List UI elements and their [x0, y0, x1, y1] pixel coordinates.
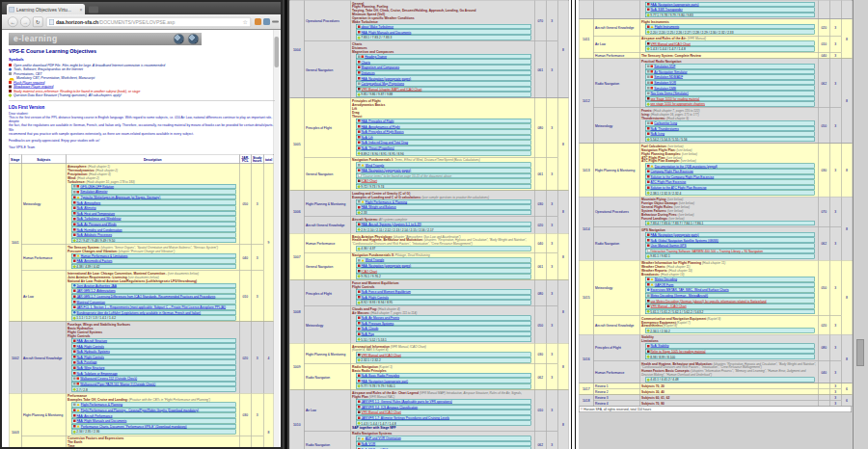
qdb-ref[interactable]: 2.34.1 / 2.34.2: [645, 329, 815, 333]
lo-link[interactable]: JAR/VFR 3.4: ICS Airspace Classification: [356, 405, 531, 409]
lo-link[interactable]: VFR Manual - ICAO Chart: [645, 304, 815, 308]
lo-link[interactable]: ICAO Chart: [356, 178, 531, 183]
lo-link[interactable]: Heading Trainer: [356, 54, 531, 59]
lo-link[interactable]: Performance Charts, Document “Performanc…: [71, 424, 236, 429]
symbol-label[interactable]: Shockwave Player required: [14, 85, 53, 89]
lo-link[interactable]: NvA: Principles of Flight Basics: [356, 129, 531, 134]
lo-link[interactable]: FAA: Weight and Balance: [356, 204, 531, 209]
lo-link[interactable]: Nav Data Demo (Simulator): [645, 91, 815, 95]
qdb-ref[interactable]: 9.76.1 / 9.76.2: [356, 274, 531, 278]
lo-link[interactable]: JAR-FCL 1, Section 1 – Requirements (mos…: [71, 304, 236, 309]
lo-link[interactable]: Bundesgesetz über die Luftfahrt (Legisla…: [71, 310, 236, 315]
qdb-ref[interactable]: 1.4.3 / 1.4.4 / 1.4.7 / 1.4.8: [356, 421, 531, 426]
qdb-ref[interactable]: 5.54.2 / 5.54.3 / 5.55 / 5.56: [645, 137, 815, 142]
lo-link[interactable]: FAA: Aircraft Performance: [71, 413, 236, 418]
lo-link[interactable]: NvA: Flight Controls: [71, 355, 236, 359]
lo-link[interactable]: Cartographical Map Projections: [356, 81, 531, 86]
lo-link[interactable]: VFR Manual and ICAO Chart: [356, 409, 531, 414]
lo-link[interactable]: NvA: SSR Transponder: [645, 7, 815, 12]
qdb-ref[interactable]: 8.92 / 8.93 / 8.94 / 8.95: [356, 300, 531, 304]
lo-link[interactable]: FAA: Aircraft Systems (chapters 6-1 to 6…: [356, 222, 531, 226]
lo-link[interactable]: Human Performance & Limitations: [71, 253, 236, 258]
lo-link[interactable]: NvA: VOR: [356, 441, 531, 446]
qdb-ref[interactable]: 9.77.1 / 9.78 / 9.79 / 9.80 / 9.83: [645, 13, 815, 17]
lo-link[interactable]: NvA: Turbulence and Windshear: [71, 216, 236, 221]
lo-link[interactable]: ADF und VOR Orientation: [356, 436, 531, 440]
lo-link[interactable]: NvA: Pressure Systems: [356, 321, 531, 326]
qdb-ref[interactable]: 2.2 / 9.47 / 9.48 / 9.49 / 9.50: [71, 238, 236, 243]
lo-link[interactable]: Flight Performance and Planning - Cessna…: [71, 408, 236, 412]
lo-link[interactable]: Documentation to the QDB questions (zipp…: [645, 164, 815, 169]
lo-link[interactable]: NvA: Air Masses and Fronts: [356, 315, 531, 320]
lo-link[interactable]: NvA: Icing: [645, 131, 815, 136]
browser-tab[interactable]: Learning Objectives Virtu... ×: [7, 4, 85, 14]
qdb-ref[interactable]: 8.98 / 8.99 / 8.100: [645, 355, 815, 359]
lo-link[interactable]: NvA: Lift: [356, 135, 531, 140]
lo-link[interactable]: NvA: Tailplane or Empennage: [71, 371, 236, 376]
lo-link[interactable]: Typische Wetterlagen im Alpenraum (at St…: [71, 195, 236, 199]
lo-link[interactable]: Simulation VOR: [645, 80, 815, 85]
lo-link[interactable]: use Meteo Decoding (German (above)) for …: [645, 299, 815, 304]
lo-link[interactable]: GFS-QNH-QFF Relation: [71, 184, 236, 189]
lo-link[interactable]: NvA: Stability: [645, 343, 815, 348]
qdb-ref[interactable]: 2.34 / 2.35 / 2.36: [71, 429, 236, 434]
lo-link[interactable]: FAA: Aircraft Structure: [71, 338, 236, 343]
lo-link[interactable]: Simulation Altimeter: [71, 189, 236, 194]
lo-link[interactable]: VFR Manual and ICAO Chart: [645, 41, 815, 46]
extension-icon[interactable]: [255, 18, 261, 25]
qdb-ref[interactable]: 2.32.1 / 2.32.2: [356, 357, 531, 362]
lo-link[interactable]: Wind Triangle: [356, 257, 531, 262]
scrollbar-thumb[interactable]: [275, 37, 280, 67]
lo-link[interactable]: FAA: Flight Controls: [71, 344, 236, 349]
back-button[interactable]: ←: [8, 17, 18, 28]
qdb-ref[interactable]: 2.9 / 2.10 / 2.11 / 2.12 / 2.13 / 2.14 /…: [356, 227, 531, 232]
lo-link[interactable]: NvA: Air Pressure and Winds: [71, 222, 236, 226]
lo-link[interactable]: Walkaround Cessna 152 (Outside Check): [71, 376, 236, 381]
qdb-ref[interactable]: 9.81.1 / 9.82.1: [645, 253, 815, 258]
lo-link[interactable]: GAFOR Form: [645, 282, 815, 287]
qdb-ref[interactable]: 9.72 / 9.73 / 9.74: [356, 184, 531, 189]
qdb-ref[interactable]: 9.77 / 9.78 / 9.79 / 9.80.1: [356, 383, 531, 388]
lo-link[interactable]: FAA: Aeromedical Factors: [71, 258, 236, 263]
qdb-ref[interactable]: 1.1.1 / 1.2 / 1.3 / 1.4.1 / 1.4.2: [71, 315, 236, 320]
lo-link[interactable]: FAA: Navigation (appropriate parts): [645, 2, 815, 7]
lo-link[interactable]: NvA: Basic Radio Principles: [356, 373, 531, 378]
qdb-ref[interactable]: 4.38 / 4.39 / 4.42: [71, 264, 236, 269]
forward-button[interactable]: →: [20, 17, 31, 28]
lo-link[interactable]: Joint Aviation Authorities JAA: [71, 283, 236, 288]
extension-icon[interactable]: [263, 18, 270, 25]
lo-link[interactable]: Meteo Decoding: [645, 277, 815, 281]
lo-link[interactable]: Simulation DME: [645, 86, 815, 91]
new-tab-button[interactable]: [89, 7, 98, 13]
lo-link[interactable]: FAA: Aerodynamics of Flight: [356, 124, 531, 129]
lo-link[interactable]: User Manual Garmin GPS: [645, 243, 815, 248]
lo-link[interactable]: Charts: [356, 60, 531, 65]
qdb-ref[interactable]: 2.38.1 / 2.32.3 / 2.32.4: [645, 191, 815, 196]
lo-link[interactable]: NvA: Humidity and Condensation: [71, 227, 236, 232]
lo-link[interactable]: FAA: Navigation (appropriate pages): [356, 76, 531, 81]
lo-link[interactable]: see Stage 1010 for reading material: [645, 96, 815, 101]
lo-link[interactable]: NvA: Hydraulic Systems: [71, 349, 236, 354]
lo-link[interactable]: NvA: Fog: [356, 331, 531, 336]
lo-link[interactable]: NvA: Adiabatic Processes: [71, 232, 236, 237]
lo-link[interactable]: JAR/VFR 1.1: General Rules (Applicable p…: [356, 399, 531, 404]
qdb-ref[interactable]: 5.61.1 / 5.61.2 / 5.62.1 / 5.62.2 / 5.63…: [645, 309, 815, 314]
lo-link[interactable]: NvA: Altimetry: [71, 205, 236, 210]
lo-link[interactable]: Air Navigation Simulator: [645, 69, 815, 74]
lo-link[interactable]: JAR GEN 1.7: Licensing Differences from …: [71, 294, 236, 299]
lo-link[interactable]: Flight Performance & Planning: [71, 402, 236, 407]
lo-link[interactable]: about Wake Turbulence: [356, 24, 531, 29]
qdb-ref[interactable]: 7.83.4 / 7.83.6 / 7.83.7 / 7.84.1 / 7.86…: [645, 221, 815, 225]
lo-link[interactable]: Magnetism and Compasses: [356, 65, 531, 69]
lo-link[interactable]: FAA: Principles of Flight: [356, 119, 531, 123]
qdb-ref[interactable]: 2.33: [356, 210, 531, 215]
scrollbar-thumb[interactable]: [856, 339, 864, 366]
lo-link[interactable]: Walkaround Piper PA28-161 Warrior II (Ou…: [71, 382, 236, 386]
lo-link[interactable]: Solution to the Company Flight Plan Exce…: [645, 174, 815, 179]
lo-link[interactable]: NvA: Flight Controls: [356, 295, 531, 300]
lo-link[interactable]: VFR Manual and ICAO Chart: [356, 353, 531, 357]
wrench-menu-icon[interactable]: [272, 21, 279, 23]
lo-link[interactable]: NvA: Clouds: [356, 326, 531, 330]
lo-link[interactable]: ICAO Chart: [356, 269, 531, 274]
lo-link[interactable]: Interactive Training Software GARMIN 400…: [645, 249, 815, 253]
